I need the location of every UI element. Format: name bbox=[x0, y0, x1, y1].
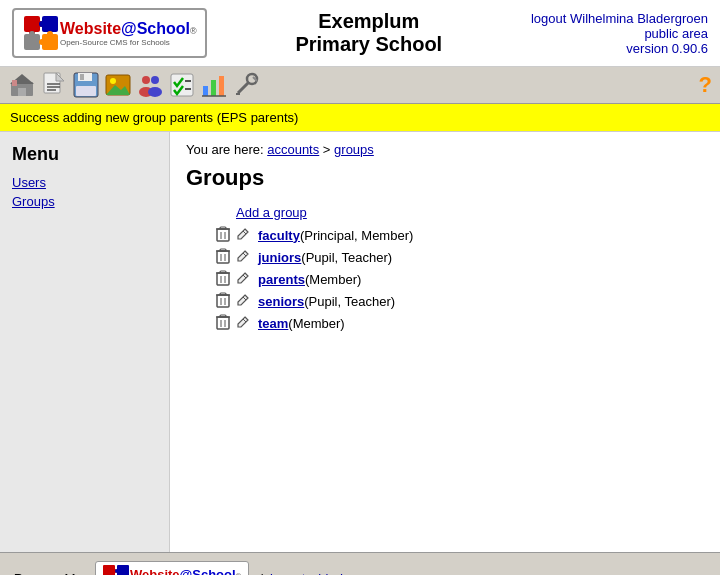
group-name-parents[interactable]: parents bbox=[258, 272, 305, 287]
site-title: Exemplum Primary School bbox=[207, 10, 531, 56]
breadcrumb-separator: > bbox=[319, 142, 334, 157]
svg-rect-21 bbox=[80, 74, 84, 80]
logo-area: Website @ School ® Open-Source CMS for S… bbox=[12, 8, 207, 58]
group-roles-team: (Member) bbox=[288, 316, 344, 331]
public-area-label: public area bbox=[644, 26, 708, 41]
breadcrumb: You are here: accounts > groups bbox=[186, 142, 704, 157]
table-row: team (Member) bbox=[216, 314, 704, 332]
logout-link[interactable]: logout Wilhelmina Bladergroen bbox=[531, 11, 708, 26]
delete-team-icon[interactable] bbox=[216, 314, 232, 332]
svg-point-26 bbox=[142, 76, 150, 84]
group-roles-juniors: (Pupil, Teacher) bbox=[301, 250, 392, 265]
svg-rect-67 bbox=[220, 315, 226, 317]
add-group-link[interactable]: Add a group bbox=[236, 205, 704, 220]
group-roles-seniors: (Pupil, Teacher) bbox=[304, 294, 395, 309]
header-right: logout Wilhelmina Bladergroen public are… bbox=[531, 11, 708, 56]
breadcrumb-prefix: You are here: bbox=[186, 142, 267, 157]
svg-rect-35 bbox=[219, 76, 224, 96]
sidebar-item-groups[interactable]: Groups bbox=[12, 194, 157, 209]
footer-logo: Website @ School ® Open-Source CMS for S… bbox=[95, 561, 249, 575]
edit-juniors-icon[interactable] bbox=[236, 249, 252, 265]
sidebar-item-users[interactable]: Users bbox=[12, 175, 157, 190]
svg-rect-71 bbox=[103, 565, 115, 575]
main-layout: Menu Users Groups You are here: accounts… bbox=[0, 132, 720, 552]
svg-rect-33 bbox=[203, 86, 208, 96]
delete-juniors-icon[interactable] bbox=[216, 248, 232, 266]
svg-rect-59 bbox=[217, 295, 229, 307]
breadcrumb-accounts[interactable]: accounts bbox=[267, 142, 319, 157]
group-name-juniors[interactable]: juniors bbox=[258, 250, 301, 265]
logo-website: Website bbox=[60, 20, 121, 38]
svg-rect-43 bbox=[220, 227, 226, 229]
svg-rect-47 bbox=[217, 251, 229, 263]
footer-logout-link[interactable]: logout wblade bbox=[270, 571, 350, 576]
home-icon[interactable] bbox=[8, 71, 36, 99]
svg-point-28 bbox=[151, 76, 159, 84]
svg-rect-22 bbox=[76, 86, 96, 96]
logo-subtitle: Open-Source CMS for Schools bbox=[60, 38, 197, 47]
checklist-icon[interactable] bbox=[168, 71, 196, 99]
table-row: juniors (Pupil, Teacher) bbox=[216, 248, 704, 266]
group-roles-faculty: (Principal, Member) bbox=[300, 228, 413, 243]
image-icon[interactable] bbox=[104, 71, 132, 99]
footer-logo-school: School bbox=[192, 567, 235, 575]
svg-point-6 bbox=[29, 31, 35, 37]
logo-box: Website @ School ® Open-Source CMS for S… bbox=[12, 8, 207, 58]
footer: Powered by Website @ School ® Open-Sourc… bbox=[0, 552, 720, 575]
footer-separator: | bbox=[261, 571, 264, 576]
svg-rect-55 bbox=[220, 271, 226, 273]
svg-rect-12 bbox=[18, 88, 26, 96]
svg-rect-34 bbox=[211, 80, 216, 96]
version-label: version 0.90.6 bbox=[626, 41, 708, 56]
header: Website @ School ® Open-Source CMS for S… bbox=[0, 0, 720, 67]
tools-icon[interactable] bbox=[232, 71, 260, 99]
svg-point-75 bbox=[115, 569, 119, 573]
sidebar: Menu Users Groups bbox=[0, 132, 170, 552]
file-icon[interactable] bbox=[40, 71, 68, 99]
delete-parents-icon[interactable] bbox=[216, 270, 232, 288]
group-roles-parents: (Member) bbox=[305, 272, 361, 287]
success-message: Success adding new group parents (EPS pa… bbox=[10, 110, 298, 125]
logo-puzzle-icon bbox=[22, 14, 60, 52]
footer-logo-website: Website bbox=[130, 567, 180, 575]
edit-faculty-icon[interactable] bbox=[236, 227, 252, 243]
content-area: You are here: accounts > groups Groups A… bbox=[170, 132, 720, 552]
svg-line-37 bbox=[238, 82, 249, 93]
toolbar-icons bbox=[8, 71, 260, 99]
groups-list: Add a group bbox=[216, 205, 704, 332]
edit-seniors-icon[interactable] bbox=[236, 293, 252, 309]
svg-rect-53 bbox=[217, 273, 229, 285]
footer-puzzle-icon bbox=[102, 564, 130, 575]
svg-point-4 bbox=[39, 21, 45, 27]
users-icon[interactable] bbox=[136, 71, 164, 99]
svg-rect-41 bbox=[217, 229, 229, 241]
group-name-team[interactable]: team bbox=[258, 316, 288, 331]
svg-point-8 bbox=[39, 39, 45, 45]
delete-faculty-icon[interactable] bbox=[216, 226, 232, 244]
save-icon[interactable] bbox=[72, 71, 100, 99]
footer-logo-text: Website @ School ® Open-Source CMS for S… bbox=[130, 567, 242, 575]
site-name-primary-school: Primary School bbox=[295, 33, 442, 55]
svg-point-29 bbox=[148, 87, 162, 97]
logo-at: @ bbox=[121, 20, 137, 38]
logo-school-text: School bbox=[137, 20, 190, 38]
help-icon[interactable]: ? bbox=[699, 72, 712, 98]
delete-seniors-icon[interactable] bbox=[216, 292, 232, 310]
chart-icon[interactable] bbox=[200, 71, 228, 99]
logo-reg: ® bbox=[190, 26, 197, 36]
svg-point-9 bbox=[47, 31, 53, 37]
breadcrumb-groups[interactable]: groups bbox=[334, 142, 374, 157]
table-row: seniors (Pupil, Teacher) bbox=[216, 292, 704, 310]
svg-rect-49 bbox=[220, 249, 226, 251]
group-name-seniors[interactable]: seniors bbox=[258, 294, 304, 309]
group-name-faculty[interactable]: faculty bbox=[258, 228, 300, 243]
page-title: Groups bbox=[186, 165, 704, 191]
svg-point-24 bbox=[110, 78, 116, 84]
toolbar: ? bbox=[0, 67, 720, 104]
edit-parents-icon[interactable] bbox=[236, 271, 252, 287]
logo-text-group: Website @ School ® Open-Source CMS for S… bbox=[60, 20, 197, 47]
site-name-exemplum: Exemplum bbox=[207, 10, 531, 33]
edit-team-icon[interactable] bbox=[236, 315, 252, 331]
svg-rect-13 bbox=[12, 80, 17, 86]
svg-rect-74 bbox=[117, 565, 129, 575]
